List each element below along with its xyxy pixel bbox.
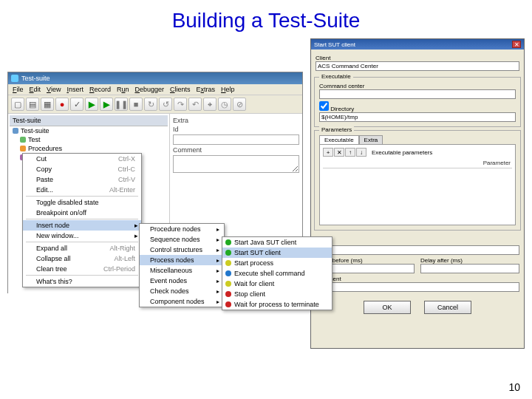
client-input[interactable] (316, 61, 519, 71)
sub-procedure-nodes[interactable]: Procedure nodes▸ (140, 224, 224, 234)
sub-miscellaneous[interactable]: Miscellaneous▸ (140, 265, 224, 276)
node-type-icon (225, 301, 231, 307)
param-down-icon[interactable]: ↓ (356, 148, 366, 157)
menu-clients[interactable]: Clients (170, 86, 191, 93)
close-button[interactable]: ✕ (512, 41, 521, 48)
sub2-start-java-sut[interactable]: Start Java SUT client (222, 237, 332, 248)
menu-view[interactable]: View (47, 86, 61, 93)
menubar: File Edit View Insert Record Run Debugge… (8, 84, 302, 95)
chevron-right-icon: ▸ (216, 299, 219, 305)
sub-component-nodes[interactable]: Component nodes▸ (140, 296, 224, 307)
tb-reload-icon[interactable]: ↻ (144, 98, 157, 111)
ctx-label: Insert node (36, 222, 69, 229)
param-remove-icon[interactable]: ✕ (334, 148, 344, 157)
menu-help[interactable]: Help (221, 86, 235, 93)
prop-comment-label: Comment (173, 146, 299, 154)
node-type-icon (225, 250, 231, 256)
tab-body: + ✕ ↑ ↓ Executable parameters Parameter (319, 144, 516, 225)
menu-record[interactable]: Record (89, 86, 111, 93)
ctx-label: Collapse all (36, 255, 71, 262)
sub2-stop-client[interactable]: Stop client (222, 289, 332, 299)
node-type-icon (225, 239, 231, 245)
sub-sequence-nodes[interactable]: Sequence nodes▸ (140, 234, 224, 245)
menu-debugger[interactable]: Debugger (134, 86, 164, 93)
menu-insert[interactable]: Insert (66, 86, 83, 93)
ctx-whats-this[interactable]: What's this? (23, 276, 141, 287)
tb-play-icon[interactable]: ▶ (85, 98, 98, 111)
sub2-wait-client[interactable]: Wait for client (222, 279, 332, 289)
prop-id-input[interactable] (173, 134, 299, 145)
ctx-breakpoint[interactable]: Breakpoint on/off (23, 208, 141, 218)
tb-clock-icon[interactable]: ◷ (218, 98, 231, 111)
tb-target-icon[interactable]: ⌖ (203, 98, 216, 111)
ctx-cut[interactable]: CutCtrl-X (23, 154, 141, 164)
menu-edit[interactable]: Edit (30, 86, 41, 93)
tb-step2-icon[interactable]: ↶ (188, 98, 202, 111)
dialog-titlebar: Start SUT client ✕ (311, 39, 524, 50)
sub2-start-process[interactable]: Start process (222, 258, 332, 268)
tree-item-root[interactable]: Test-suite (10, 126, 168, 135)
node-type-icon (225, 281, 231, 287)
command-input[interactable] (319, 89, 516, 99)
ctx-copy[interactable]: CopyCtrl-C (23, 164, 141, 174)
menu-file[interactable]: File (13, 86, 24, 93)
delay-after-input[interactable] (420, 264, 519, 273)
dialog-title: Start SUT client (314, 41, 355, 48)
tree-item-procedures[interactable]: Procedures (10, 144, 168, 153)
tb-save-icon[interactable]: ▦ (41, 98, 54, 111)
ctx-clean-tree[interactable]: Clean treeCtrl-Period (23, 264, 141, 274)
tb-play2-icon[interactable]: ▶ (100, 98, 113, 111)
sub2-start-sut-client[interactable]: Start SUT client (222, 248, 332, 258)
prop-comment-input[interactable] (173, 155, 299, 173)
ctx-shortcut: Ctrl-Period (103, 265, 135, 273)
sub-event-nodes[interactable]: Event nodes▸ (140, 276, 224, 286)
menu-extras[interactable]: Extras (197, 86, 216, 93)
param-up-icon[interactable]: ↑ (345, 148, 355, 157)
ctx-shortcut: Alt-Right (109, 245, 135, 252)
sub-control-structures[interactable]: Control structures▸ (140, 245, 224, 255)
sub-check-nodes[interactable]: Check nodes▸ (140, 286, 224, 296)
tb-step-icon[interactable]: ↷ (174, 98, 187, 111)
id-input[interactable] (316, 245, 519, 255)
ctx-shortcut: Ctrl-X (118, 155, 135, 163)
chevron-right-icon: ▸ (216, 257, 219, 264)
ok-button[interactable]: OK (364, 301, 411, 314)
ctx-toggle-disabled[interactable]: Toggle disabled state (23, 197, 141, 208)
menu-run[interactable]: Run (117, 86, 129, 93)
tb-check-icon[interactable]: ✓ (70, 98, 83, 111)
submenu-process-nodes: Start Java SUT client Start SUT client S… (222, 236, 332, 310)
directory-checkbox[interactable] (319, 101, 329, 111)
tb-new-icon[interactable]: ▢ (11, 98, 24, 111)
chevron-right-icon: ▸ (134, 232, 138, 239)
ctx-insert-node[interactable]: Insert node▸ (23, 220, 141, 231)
ctx-collapse-all[interactable]: Collapse allAlt-Left (23, 253, 141, 264)
tb-stop-icon[interactable]: ■ (129, 98, 143, 111)
tree-title: Test-suite (10, 115, 168, 126)
sub-process-nodes[interactable]: Process nodes▸ (140, 255, 224, 265)
dialog-buttons: OK Cancel (311, 295, 524, 320)
param-add-icon[interactable]: + (323, 148, 333, 157)
tb-record-icon[interactable]: ● (55, 98, 69, 111)
comment-input[interactable] (316, 282, 519, 292)
tb-pause-icon[interactable]: ❚❚ (115, 98, 128, 111)
tb-cancel-icon[interactable]: ⊘ (233, 98, 246, 111)
ctx-new-window[interactable]: New window...▸ (23, 231, 141, 241)
separator (26, 275, 138, 276)
sub2-wait-terminate[interactable]: Wait for process to terminate (222, 299, 332, 310)
tab-executable[interactable]: Executable (319, 135, 359, 144)
ctx-shortcut: Ctrl-V (118, 176, 135, 183)
directory-input[interactable] (319, 112, 516, 122)
ctx-shortcut: Ctrl-C (118, 166, 136, 173)
ctx-edit[interactable]: Edit...Alt-Enter (23, 185, 141, 195)
directory-label: Directory (319, 101, 516, 112)
tree-item-test[interactable]: Test (10, 135, 168, 144)
chevron-right-icon: ▸ (216, 226, 219, 233)
ctx-expand-all[interactable]: Expand allAlt-Right (23, 243, 141, 253)
cancel-button[interactable]: Cancel (424, 301, 471, 314)
sub2-execute-shell[interactable]: Execute shell command (222, 268, 332, 279)
tb-undo-icon[interactable]: ↺ (159, 98, 172, 111)
node-icon (20, 146, 26, 151)
tb-open-icon[interactable]: ▤ (26, 98, 39, 111)
ctx-paste[interactable]: PasteCtrl-V (23, 174, 141, 185)
tab-extra[interactable]: Extra (359, 135, 383, 144)
